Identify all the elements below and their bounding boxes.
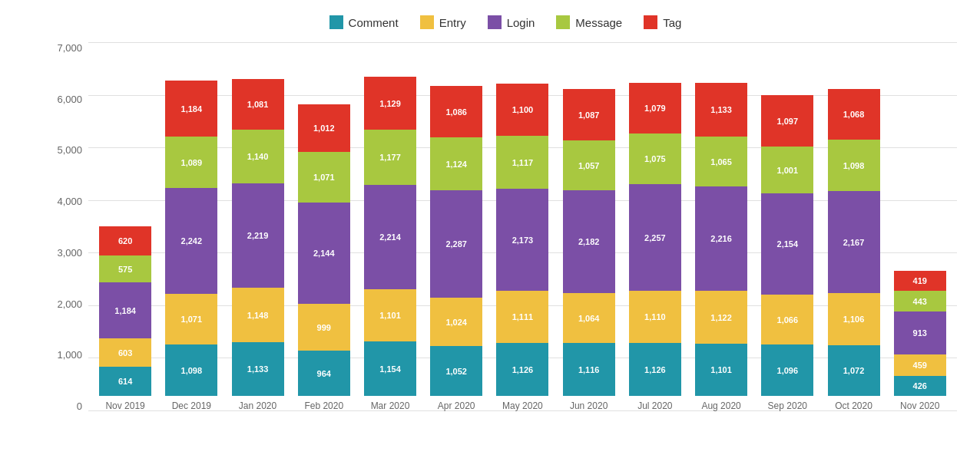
bar-value-label: 1,154 <box>379 364 401 374</box>
bar-segment-login: 2,219 <box>232 183 284 288</box>
bar-segment-comment: 426 <box>894 376 946 396</box>
bar-segment-message: 575 <box>99 255 151 282</box>
bar-segment-entry: 603 <box>99 338 151 367</box>
legend-color-comment <box>329 15 343 29</box>
legend-label-comment: Comment <box>349 16 399 29</box>
legend-item-entry: Entry <box>420 15 466 29</box>
bar-segment-login: 2,287 <box>430 190 482 298</box>
bar-segment-tag: 1,184 <box>165 81 217 137</box>
bar-segment-tag: 1,097 <box>761 95 813 147</box>
bars-area: 6146031,184575620Nov 20191,0981,0712,242… <box>88 43 957 411</box>
legend-item-login: Login <box>488 15 535 29</box>
y-axis-label: 7,000 <box>54 43 88 53</box>
bar-value-label: 1,111 <box>512 312 534 321</box>
legend-color-tag <box>644 15 657 29</box>
bar-stack: 6146031,184575620 <box>99 226 151 396</box>
legend-label-message: Message <box>575 16 622 29</box>
x-axis-label: Nov 2019 <box>105 400 144 411</box>
chart-area: 01,0002,0003,0004,0005,0006,0007,000 614… <box>54 43 957 411</box>
bar-value-label: 1,129 <box>379 99 401 108</box>
bar-segment-login: 2,242 <box>165 188 217 294</box>
bar-segment-entry: 1,024 <box>430 298 482 346</box>
bar-value-label: 1,096 <box>777 366 799 375</box>
bar-stack: 1,1161,0642,1821,0571,087 <box>563 89 615 396</box>
y-axis-label: 0 <box>54 401 88 411</box>
bar-value-label: 620 <box>118 236 132 246</box>
bar-value-label: 1,184 <box>114 306 136 315</box>
bar-segment-comment: 964 <box>298 351 350 396</box>
bar-value-label: 1,086 <box>445 107 467 117</box>
bar-segment-login: 2,154 <box>761 193 813 295</box>
y-axis-label: 4,000 <box>54 196 88 206</box>
bar-segment-tag: 419 <box>894 271 946 291</box>
bar-segment-message: 1,098 <box>828 140 880 191</box>
bar-value-label: 1,124 <box>445 160 467 169</box>
bar-value-label: 459 <box>913 361 927 370</box>
bar-value-label: 1,066 <box>777 315 799 325</box>
bar-stack: 1,0721,1062,1671,0981,068 <box>828 89 880 396</box>
bar-segment-message: 1,071 <box>298 152 350 203</box>
bar-segment-message: 1,057 <box>563 140 615 190</box>
legend-color-login <box>488 15 502 29</box>
bar-segment-tag: 1,068 <box>828 89 880 140</box>
legend-item-comment: Comment <box>329 15 399 29</box>
x-axis-label: Jun 2020 <box>570 400 608 411</box>
bar-value-label: 1,057 <box>578 161 600 170</box>
y-axis-label: 2,000 <box>54 299 88 309</box>
bar-value-label: 1,098 <box>843 161 865 170</box>
bar-segment-comment: 1,052 <box>430 346 482 396</box>
bar-value-label: 2,167 <box>843 238 865 247</box>
bar-segment-comment: 1,154 <box>364 341 416 396</box>
bar-value-label: 1,116 <box>578 365 600 374</box>
bar-stack: 1,1331,1482,2191,1401,081 <box>232 79 284 396</box>
y-axis: 01,0002,0003,0004,0005,0006,0007,000 <box>54 43 88 411</box>
bar-segment-comment: 1,116 <box>563 343 615 396</box>
bar-segment-entry: 999 <box>298 304 350 351</box>
bar-segment-comment: 1,072 <box>828 345 880 396</box>
bar-value-label: 1,065 <box>710 157 732 166</box>
bar-group: 9649992,1441,0711,012Feb 2020 <box>293 104 355 411</box>
bar-segment-login: 1,184 <box>99 282 151 338</box>
bar-value-label: 1,101 <box>379 311 401 320</box>
x-axis-label: Nov 2020 <box>900 400 939 411</box>
bar-value-label: 1,071 <box>313 173 335 182</box>
bar-value-label: 2,257 <box>644 233 666 242</box>
bar-value-label: 2,242 <box>181 236 203 246</box>
bar-value-label: 1,133 <box>247 364 269 374</box>
bar-stack: 9649992,1441,0711,012 <box>298 104 350 396</box>
bar-segment-comment: 1,126 <box>496 343 548 396</box>
bar-group: 1,1011,1222,2161,0651,133Aug 2020 <box>690 83 752 411</box>
bar-value-label: 1,079 <box>644 104 666 113</box>
bar-segment-login: 2,182 <box>563 190 615 293</box>
bar-segment-message: 1,089 <box>165 137 217 188</box>
bar-segment-comment: 1,096 <box>761 344 813 396</box>
bar-segment-comment: 1,133 <box>232 342 284 396</box>
bar-value-label: 426 <box>913 381 927 391</box>
x-axis-label: Aug 2020 <box>701 400 740 411</box>
bar-stack: 1,0961,0662,1541,0011,097 <box>761 95 813 396</box>
bar-segment-comment: 1,126 <box>629 343 681 396</box>
legend-item-message: Message <box>556 15 622 29</box>
bar-segment-entry: 1,110 <box>629 291 681 343</box>
bar-group: 1,0961,0662,1541,0011,097Sep 2020 <box>757 95 818 411</box>
bar-value-label: 1,075 <box>644 154 666 163</box>
bar-value-label: 1,012 <box>313 124 335 133</box>
bar-stack: 426459913443419 <box>894 271 946 396</box>
bar-value-label: 1,110 <box>644 312 666 321</box>
bar-segment-entry: 1,106 <box>828 293 880 345</box>
bar-stack: 1,0981,0712,2421,0891,184 <box>165 81 217 396</box>
bar-value-label: 1,024 <box>445 318 467 327</box>
y-axis-label: 1,000 <box>54 350 88 360</box>
bar-stack: 1,1261,1102,2571,0751,079 <box>629 83 681 396</box>
x-axis-label: Feb 2020 <box>304 400 343 411</box>
bar-stack: 1,1261,1112,1731,1171,100 <box>496 84 548 396</box>
bar-value-label: 2,154 <box>777 239 799 249</box>
bar-value-label: 2,287 <box>445 239 467 249</box>
bar-value-label: 1,052 <box>445 367 467 376</box>
bar-segment-message: 1,075 <box>629 133 681 184</box>
bar-group: 1,0981,0712,2421,0891,184Dec 2019 <box>161 81 222 411</box>
bar-value-label: 999 <box>317 323 331 332</box>
bar-segment-tag: 1,079 <box>629 83 681 133</box>
bar-segment-entry: 459 <box>894 354 946 376</box>
bar-segment-message: 1,065 <box>695 137 747 186</box>
